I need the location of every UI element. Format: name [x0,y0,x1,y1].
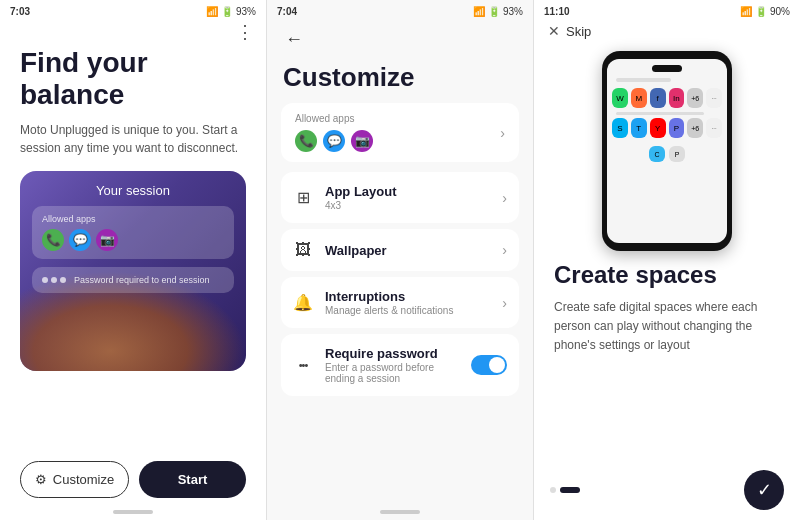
require-password-title: Require password [325,346,459,361]
msg-allowed-icon: 💬 [323,130,345,152]
password-toggle[interactable] [471,355,507,375]
panel2-nav: ← [267,21,533,54]
wallpaper-title: Wallpaper [325,243,490,258]
back-button[interactable]: ← [281,25,307,54]
close-button[interactable]: ✕ [548,23,560,39]
home-indicator-1 [113,510,153,514]
chat-icon: C [649,146,665,162]
session-card: Your session Allowed apps 📞 💬 📷 [20,171,246,371]
time-3: 11:10 [544,6,570,17]
require-password-content: Require password Enter a password before… [325,346,459,384]
phone-mockup: W M f In +6 ··· S T Y P +6 ··· C [602,51,732,251]
skype-icon: S [612,118,628,138]
wallpaper-icon: 🖼 [293,241,313,259]
allowed-apps-section: Allowed apps 📞 💬 📷 [32,206,234,259]
app-layout-content: App Layout 4x3 [325,184,490,211]
password-section: Password required to end session [32,267,234,293]
phone-divider [616,112,704,115]
session-inner: Allowed apps 📞 💬 📷 Password required to … [20,206,246,293]
panel-create-spaces: 11:10 📶 🔋 90% ✕ Skip W M f In +6 ··· [533,0,800,520]
menu-item-require-password[interactable]: ••• Require password Enter a password be… [281,334,519,396]
stripe-icon: P [669,118,685,138]
phone-row-2: S T Y P +6 ··· [612,118,722,138]
dot-2-active [560,487,580,493]
gear-icon: ⚙ [35,472,47,487]
panel3-footer: ✓ [534,470,800,510]
panel1-header: ⋮ [0,21,266,47]
app-icons: 📞 💬 📷 [42,229,224,251]
battery-icon-3: 🔋 [755,6,767,17]
time-1: 7:03 [10,6,30,17]
app-count: ··· [706,88,722,108]
phone-screen: W M f In +6 ··· S T Y P +6 ··· C [607,59,727,243]
more-options-button[interactable]: ⋮ [236,21,254,43]
battery-pct-1: 93% [236,6,256,17]
customize-button[interactable]: ⚙ Customize [20,461,129,498]
skip-button[interactable]: Skip [566,24,591,39]
status-icons-2: 📶 🔋 93% [473,6,523,17]
plus-icon-2: +6 [687,118,703,138]
message-app-icon: 💬 [69,229,91,251]
menu-item-wallpaper[interactable]: 🖼 Wallpaper › [281,229,519,271]
app-layout-icon: ⊞ [293,188,313,207]
signal-icon-3: 📶 [740,6,752,17]
plus-icon: +6 [687,88,703,108]
phone-allowed-icon: 📞 [295,130,317,152]
menu-item-interruptions[interactable]: 🔔 Interruptions Manage alerts & notifica… [281,277,519,328]
menu-item-app-layout[interactable]: ⊞ App Layout 4x3 › [281,172,519,223]
phone-app-icon: 📞 [42,229,64,251]
interruptions-chevron: › [502,295,507,311]
subtitle-text: Moto Unplugged is unique to you. Start a… [20,121,246,157]
password-dots [42,277,66,283]
cam-allowed-icon: 📷 [351,130,373,152]
password-icon: ••• [293,359,313,371]
dot-indicators [550,487,580,493]
interruptions-icon: 🔔 [293,293,313,312]
main-title: Find your balance [20,47,246,111]
phone-notch [652,65,682,72]
allowed-apps-card-label: Allowed apps [295,113,373,124]
panel1-footer: ⚙ Customize Start [0,449,266,510]
session-title: Your session [20,171,246,206]
phone-bar-1 [616,78,671,82]
start-button[interactable]: Start [139,461,246,498]
create-spaces-title: Create spaces [554,261,780,290]
status-bar-3: 11:10 📶 🔋 90% [534,0,800,21]
wallpaper-content: Wallpaper [325,243,490,258]
youtube-icon: Y [650,118,666,138]
skip-row: ✕ Skip [534,21,800,45]
allowed-apps-content: Allowed apps 📞 💬 📷 [295,113,373,152]
allowed-icons-row: 📞 💬 📷 [295,130,373,152]
instagram-icon: In [669,88,685,108]
status-bar-2: 7:04 📶 🔋 93% [267,0,533,21]
status-bar-1: 7:03 📶 🔋 93% [0,0,266,21]
signal-icon-1: 📶 [206,6,218,17]
status-icons-1: 📶 🔋 93% [206,6,256,17]
status-icons-3: 📶 🔋 90% [740,6,790,17]
create-spaces-description: Create safe digital spaces where each pe… [554,298,780,356]
person-icon: P [669,146,685,162]
app-icon-2: M [631,88,647,108]
twitter-icon: T [631,118,647,138]
battery-icon-2: 🔋 [488,6,500,17]
interruptions-subtitle: Manage alerts & notifications [325,305,490,316]
phone-mockup-container: W M f In +6 ··· S T Y P +6 ··· C [534,45,800,251]
interruptions-title: Interruptions [325,289,490,304]
app-layout-title: App Layout [325,184,490,199]
wallpaper-chevron: › [502,242,507,258]
dot-1 [550,487,556,493]
phone-row-1: W M f In +6 ··· [612,88,722,108]
battery-icon-1: 🔋 [221,6,233,17]
customize-menu-list: ⊞ App Layout 4x3 › 🖼 Wallpaper › 🔔 Inter… [267,172,533,510]
app-layout-subtitle: 4x3 [325,200,490,211]
add-more: ··· [706,118,722,138]
camera-app-icon: 📷 [96,229,118,251]
panel-find-balance: 7:03 📶 🔋 93% ⋮ Find your balance Moto Un… [0,0,266,520]
allowed-apps-label: Allowed apps [42,214,224,224]
allowed-apps-card[interactable]: Allowed apps 📞 💬 📷 › [281,103,519,162]
password-label: Password required to end session [74,275,210,285]
home-indicator-2 [380,510,420,514]
customize-title: Customize [267,54,533,103]
signal-icon-2: 📶 [473,6,485,17]
next-button[interactable]: ✓ [744,470,784,510]
